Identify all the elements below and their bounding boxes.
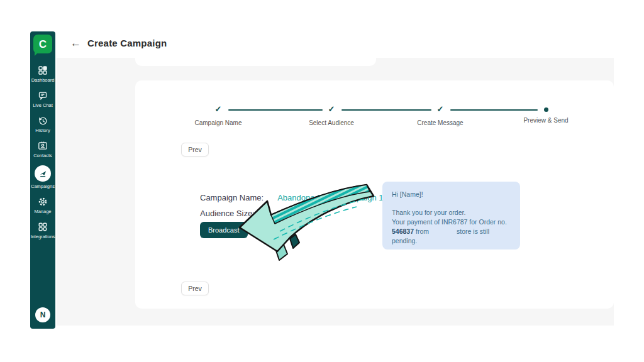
step-select-audience[interactable]: ✓ Select Audience xyxy=(287,104,375,126)
sidebar-item-label: Dashboard xyxy=(31,77,55,83)
order-number: 546837 xyxy=(392,228,414,235)
chat-bubble-icon xyxy=(38,90,48,101)
sidebar: C ··· Dashboard xyxy=(30,31,55,329)
step-check-icon: ✓ xyxy=(174,104,262,114)
app-window: C ··· Dashboard xyxy=(0,0,644,362)
sidebar-item-label: Manage xyxy=(34,209,51,214)
step-label: Preview & Send xyxy=(502,117,590,124)
sidebar-nav: Dashboard Live Chat xyxy=(30,61,55,243)
sidebar-item-dashboard[interactable]: Dashboard xyxy=(30,61,55,86)
message-preview-box: Hi [Name]! Thank you for your order. You… xyxy=(382,182,520,250)
sidebar-item-label: History xyxy=(35,128,50,133)
audience-size-row: Audience Size: 5 xyxy=(200,209,262,218)
step-campaign-name[interactable]: ✓ Campaign Name xyxy=(174,104,262,126)
campaign-name-row: Campaign Name:Abandoned Cart Campaign 1 xyxy=(200,193,384,202)
step-current-dot-icon xyxy=(544,107,548,112)
message-line: Thank you for your order. xyxy=(392,208,511,217)
step-check-icon: ✓ xyxy=(287,104,375,114)
sidebar-item-integrations[interactable]: Integrations xyxy=(30,217,55,243)
step-preview-send[interactable]: Preview & Send xyxy=(502,104,590,124)
app-logo[interactable]: C ··· xyxy=(33,35,53,56)
page-title: Create Campaign xyxy=(87,38,167,48)
message-greeting: Hi [Name]! xyxy=(392,190,511,199)
back-arrow-icon[interactable]: ← xyxy=(70,38,81,48)
paper-plane-icon xyxy=(38,168,48,179)
active-item-circle xyxy=(35,165,51,182)
prev-button-bottom[interactable]: Prev xyxy=(181,282,209,295)
step-check-icon: ✓ xyxy=(396,104,484,114)
logo-chat-bubble-icon: C ··· xyxy=(33,35,52,53)
sidebar-item-manage[interactable]: Manage xyxy=(30,192,55,217)
logo-dots: ··· xyxy=(42,43,48,47)
campaign-name-value: Abandoned Cart Campaign 1 xyxy=(277,193,383,202)
sidebar-item-label: Integrations xyxy=(30,234,55,239)
message-line: Your payment of INR6787 for Order no. xyxy=(392,217,511,227)
step-label: Create Message xyxy=(396,119,484,126)
history-clock-icon xyxy=(38,115,48,126)
campaign-name-label: Campaign Name: xyxy=(200,193,264,202)
sidebar-item-live-chat[interactable]: Live Chat xyxy=(30,86,55,111)
sidebar-item-history[interactable]: History xyxy=(30,111,55,136)
broadcast-button[interactable]: Broadcast xyxy=(200,222,248,238)
sidebar-item-label: Live Chat xyxy=(33,102,53,108)
gear-icon xyxy=(38,196,48,207)
contacts-card-icon xyxy=(38,140,48,151)
step-label: Select Audience xyxy=(287,119,375,126)
message-line: 546837fromstore is still pending. xyxy=(392,227,511,246)
audience-size-text: Audience Size: 5 xyxy=(200,209,262,218)
prev-button-top[interactable]: Prev xyxy=(181,143,209,156)
sidebar-item-campaigns[interactable]: Campaigns xyxy=(30,162,55,192)
sidebar-item-contacts[interactable]: Contacts xyxy=(30,136,55,162)
integrations-grid-icon xyxy=(38,221,48,232)
previous-card-edge xyxy=(135,58,376,66)
campaign-wizard-card: ✓ Campaign Name ✓ Select Audience ✓ Crea… xyxy=(135,80,614,309)
step-label: Campaign Name xyxy=(174,119,262,126)
sidebar-item-label: Campaigns xyxy=(31,184,55,189)
page-header: ← Create Campaign xyxy=(70,38,167,48)
step-create-message[interactable]: ✓ Create Message xyxy=(396,104,484,126)
dashboard-grid-icon xyxy=(38,65,48,75)
user-avatar[interactable]: N xyxy=(35,307,50,322)
sidebar-item-label: Contacts xyxy=(33,153,52,158)
